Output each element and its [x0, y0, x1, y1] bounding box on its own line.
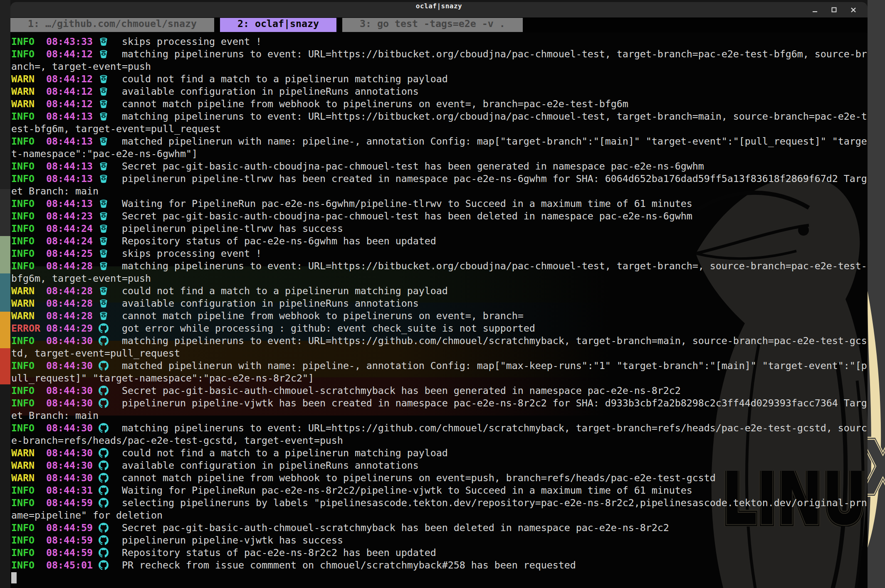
- log-timestamp: 08:44:31: [46, 485, 93, 496]
- log-message: Repository status of pac-e2e-ns-6gwhm ha…: [122, 235, 436, 246]
- bitbucket-icon: [99, 197, 110, 210]
- github-icon: [99, 359, 110, 372]
- minimize-icon[interactable]: [812, 7, 818, 13]
- log-message: skips processing event !: [122, 36, 262, 47]
- log-message: got error while processing : github: eve…: [122, 322, 535, 334]
- log-message: selecting pipelineruns by labels "pipeli…: [11, 497, 867, 521]
- log-timestamp: 08:44:28: [46, 298, 93, 309]
- github-icon: [99, 397, 110, 409]
- terminal-cursor: [11, 572, 17, 583]
- log-level: INFO: [11, 223, 46, 234]
- log-message: matching pipelineruns to event: URL=http…: [11, 335, 867, 359]
- bitbucket-icon: [99, 172, 110, 185]
- log-entry: INFO 08:44:59 selecting pipelineruns by …: [11, 497, 868, 522]
- window-controls: [812, 2, 857, 17]
- log-level: INFO: [11, 210, 46, 221]
- log-level: INFO: [11, 497, 46, 508]
- github-icon: [99, 447, 110, 459]
- log-entry: INFO 08:44:13 Waiting for PipelineRun pa…: [11, 197, 868, 210]
- log-message: matched pipelinerun with name: pipeline-…: [11, 135, 867, 159]
- log-timestamp: 08:44:12: [46, 73, 93, 84]
- log-output: INFO 08:43:33 skips processing event !IN…: [11, 35, 868, 583]
- bitbucket-icon: [99, 210, 110, 222]
- log-level: INFO: [11, 422, 46, 433]
- log-message: matching pipelineruns to event: URL=http…: [11, 48, 867, 72]
- log-entry: INFO 08:44:13 matched pipelinerun with n…: [11, 135, 868, 160]
- log-timestamp: 08:44:28: [46, 310, 93, 321]
- github-icon: [99, 472, 110, 484]
- tab-1-snazy-dir[interactable]: 1: …/github.com/chmouel/snazy: [10, 18, 214, 32]
- log-message: pipelinerun pipeline-vjwtk has been crea…: [11, 397, 867, 421]
- github-icon: [99, 384, 110, 397]
- github-icon: [99, 522, 110, 534]
- log-message: could not find a match to a pipelinerun …: [122, 73, 448, 84]
- close-icon[interactable]: [850, 7, 857, 13]
- log-level: INFO: [11, 235, 46, 246]
- log-level: INFO: [11, 198, 46, 209]
- log-timestamp: 08:44:13: [46, 160, 93, 172]
- log-level: INFO: [11, 360, 46, 371]
- maximize-icon[interactable]: [831, 7, 838, 13]
- tab-2-oclaf-snazy[interactable]: 2: oclaf|snazy: [220, 18, 336, 32]
- log-message: Waiting for PipelineRun pac-e2e-ns-8r2c2…: [122, 485, 692, 496]
- github-icon: [99, 497, 110, 509]
- log-entry: INFO 08:44:12 matching pipelineruns to e…: [11, 48, 868, 73]
- window-title: oclaf|snazy: [10, 2, 868, 17]
- log-entry: INFO 08:44:25 skips processing event !: [11, 247, 868, 260]
- log-message: available configuration in pipelineRuns …: [122, 86, 419, 97]
- log-level: INFO: [11, 135, 46, 147]
- log-level: WARN: [11, 460, 46, 471]
- terminal-screen[interactable]: LINU LINU LINU LINU INFO 08:43:33 skips …: [10, 32, 868, 588]
- log-timestamp: 08:44:24: [46, 235, 93, 246]
- log-entry: INFO 08:44:24 Repository status of pac-e…: [11, 235, 868, 247]
- log-entry: INFO 08:44:13 Secret pac-git-basic-auth-…: [11, 160, 868, 172]
- github-icon: [99, 322, 110, 335]
- log-entry: WARN 08:44:30 cannot match pipeline from…: [11, 472, 868, 484]
- log-message: Secret pac-git-basic-auth-chmouel-scratc…: [122, 385, 681, 396]
- log-timestamp: 08:44:12: [46, 48, 93, 59]
- bitbucket-icon: [99, 247, 110, 260]
- log-level: INFO: [11, 335, 46, 346]
- wallpaper-letter-x-bright: X X X X: [868, 426, 885, 510]
- log-message: Secret pac-git-basic-auth-cboudjna-pac-c…: [122, 210, 692, 221]
- tab-3-go-test[interactable]: 3: go test -tags=e2e -v .: [342, 18, 523, 32]
- log-timestamp: 08:44:30: [46, 460, 93, 471]
- log-message: matched pipelinerun with name: pipeline-…: [11, 360, 867, 384]
- bitbucket-icon: [99, 297, 110, 310]
- log-timestamp: 08:44:30: [46, 335, 93, 346]
- log-level: WARN: [11, 73, 46, 84]
- bitbucket-icon: [99, 98, 110, 110]
- log-message: matching pipelineruns to event: URL=http…: [11, 260, 867, 284]
- log-message: matching pipelineruns to event: URL=http…: [11, 422, 867, 446]
- log-message: skips processing event !: [122, 248, 262, 259]
- log-entry: WARN 08:44:30 could not find a match to …: [11, 447, 868, 459]
- log-entry: INFO 08:44:31 Waiting for PipelineRun pa…: [11, 484, 868, 497]
- github-icon: [99, 422, 110, 434]
- titlebar[interactable]: oclaf|snazy: [10, 2, 868, 17]
- log-entry: INFO 08:44:30 matching pipelineruns to e…: [11, 422, 868, 447]
- log-level: WARN: [11, 98, 46, 109]
- log-message: could not find a match to a pipelinerun …: [122, 285, 448, 296]
- log-level: WARN: [11, 86, 46, 97]
- wallpaper-right-edge: X X X X: [868, 0, 885, 588]
- log-entry: WARN 08:44:12 cannot match pipeline from…: [11, 98, 868, 110]
- log-level: INFO: [11, 547, 46, 558]
- bitbucket-icon: [99, 35, 110, 48]
- log-entry: INFO 08:44:30 matching pipelineruns to e…: [11, 335, 868, 359]
- log-level: INFO: [11, 397, 46, 408]
- log-message: cannot match pipeline from webhook to pi…: [122, 472, 716, 483]
- log-message: Secret pac-git-basic-auth-cboudjna-pac-c…: [122, 160, 704, 172]
- log-entry: WARN 08:44:30 available configuration in…: [11, 459, 868, 472]
- log-entry: WARN 08:44:12 could not find a match to …: [11, 73, 868, 85]
- log-entry: INFO 08:44:30 pipelinerun pipeline-vjwtk…: [11, 397, 868, 422]
- log-entry: INFO 08:44:13 matching pipelineruns to e…: [11, 110, 868, 135]
- github-icon: [99, 459, 110, 472]
- bitbucket-icon: [99, 222, 110, 235]
- log-timestamp: 08:44:59: [46, 497, 93, 508]
- log-level: INFO: [11, 48, 46, 59]
- bitbucket-icon: [99, 260, 110, 272]
- penguin-wing-highlight: X X X X: [868, 0, 885, 588]
- log-timestamp: 08:44:12: [46, 98, 93, 109]
- log-message: could not find a match to a pipelinerun …: [122, 447, 448, 458]
- log-timestamp: 08:44:59: [46, 522, 93, 533]
